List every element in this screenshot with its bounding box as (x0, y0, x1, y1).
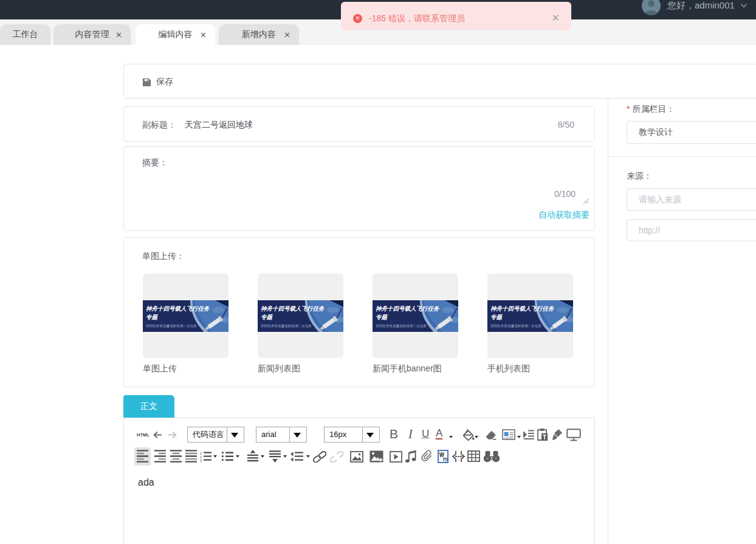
svg-text:3: 3 (200, 459, 202, 463)
